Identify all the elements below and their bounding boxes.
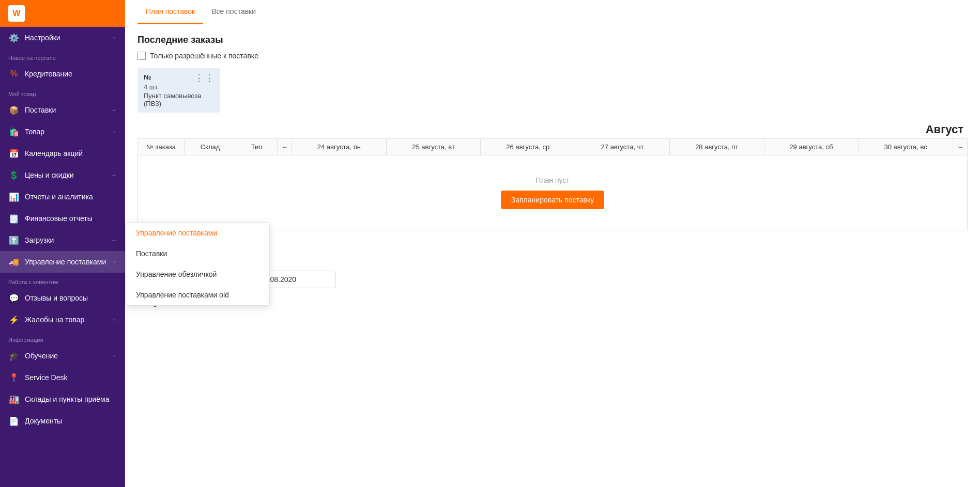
service-desk-icon: 📍 — [8, 372, 20, 383]
settings-icon: ⚙️ — [8, 32, 20, 43]
warehouses-icon: 🏭 — [8, 394, 20, 405]
day-col-0: 24 августа, пн — [292, 139, 387, 155]
dropdown-item-deliveries[interactable]: Поставки — [126, 243, 269, 264]
tab-all[interactable]: Все поставки — [203, 0, 264, 24]
sidebar-item-goods[interactable]: 🛍️ Товар → — [0, 121, 125, 143]
schedule-delivery-button[interactable]: Запланировать поставку — [501, 191, 604, 209]
arrow-icon-7: → — [111, 316, 117, 323]
empty-plan-text: План пуст — [138, 176, 967, 184]
section-client: Работа с клиентом — [0, 273, 125, 287]
manage-deliveries-icon: 🚚 — [8, 256, 20, 268]
sidebar-item-docs[interactable]: 📄 Документы — [0, 410, 125, 432]
complaints-icon: ⚡ — [8, 314, 20, 325]
dropdown-item-manage[interactable]: Управление поставками — [126, 223, 269, 243]
sidebar-item-prices[interactable]: 💲 Цены и скидки → — [0, 164, 125, 186]
day-col-5: 29 августа, сб — [764, 139, 859, 155]
prices-icon: 💲 — [8, 169, 20, 181]
calendar-month: Август — [137, 123, 968, 138]
page-tabs: План поставок Все поставки — [125, 0, 980, 24]
sidebar-logo: W — [0, 0, 125, 27]
col-order-num: № заказа — [138, 139, 185, 155]
section-my-goods: Мой товар — [0, 85, 125, 99]
order-card: ⋮⋮ № 4 шт. Пункт самовывоза (ПВЗ) — [137, 68, 220, 113]
calendar-wrapper: Август № заказа Склад Тип ← 24 августа, … — [137, 123, 968, 230]
tab-plan[interactable]: План поставок — [137, 0, 203, 24]
nav-next-icon[interactable]: → — [953, 139, 968, 155]
reviews-icon: 💬 — [8, 292, 20, 304]
arrow-icon-6: → — [111, 258, 117, 265]
finance-icon: 🗒️ — [8, 213, 20, 224]
calendar-table: № заказа Склад Тип ← 24 августа, пн 25 а… — [137, 138, 968, 230]
day-col-6: 30 августа, вс — [859, 139, 953, 155]
sidebar-item-calendar[interactable]: 📅 Календарь акций — [0, 143, 125, 164]
calendar-icon: 📅 — [8, 148, 20, 159]
arrow-icon-3: → — [111, 128, 117, 135]
arrow-icon-5: → — [111, 237, 117, 244]
arrow-icon-8: → — [111, 352, 117, 359]
credit-icon: % — [8, 68, 20, 80]
reports-icon: 📊 — [8, 191, 20, 202]
sidebar-item-reports[interactable]: 📊 Отчеты и аналитика — [0, 186, 125, 208]
sidebar-item-service-desk[interactable]: 📍 Service Desk — [0, 367, 125, 388]
goods-icon: 🛍️ — [8, 126, 20, 137]
dropdown-item-faceless[interactable]: Управление обезличкой — [126, 264, 269, 285]
logo-icon: W — [8, 5, 25, 22]
checkbox-label: Только разрешённые к поставке — [150, 52, 258, 60]
uploads-icon: ⬆️ — [8, 234, 20, 246]
training-icon: 🎓 — [8, 350, 20, 362]
docs-icon: 📄 — [8, 415, 20, 427]
card-options-icon[interactable]: ⋮⋮ — [194, 72, 215, 84]
arrow-icon-2: → — [111, 106, 117, 114]
sidebar-item-warehouses[interactable]: 🏭 Склады и пункты приёма — [0, 388, 125, 410]
dropdown-menu: Управление поставками Поставки Управлени… — [125, 222, 270, 306]
sidebar-item-credit[interactable]: % Кредитование — [0, 63, 125, 85]
section-info: Информация — [0, 331, 125, 345]
section-new: Новое на портале — [0, 49, 125, 63]
dropdown-item-old[interactable]: Управление поставками old — [126, 285, 269, 305]
calendar-empty-row: План пуст Запланировать поставку — [138, 155, 968, 230]
sidebar-item-settings[interactable]: ⚙️ Настройки → — [0, 27, 125, 49]
empty-plan-area: План пуст Запланировать поставку — [138, 155, 967, 230]
nav-prev-icon[interactable]: ← — [278, 139, 292, 155]
day-col-4: 28 августа, пт — [669, 139, 764, 155]
col-warehouse: Склад — [185, 139, 236, 155]
arrow-icon-4: → — [111, 171, 117, 179]
day-col-2: 26 августа, ср — [481, 139, 575, 155]
recent-orders-title: Последние заказы — [137, 35, 968, 45]
sidebar-item-training[interactable]: 🎓 Обучение → — [0, 345, 125, 367]
card-type: Пункт самовывоза (ПВЗ) — [144, 92, 214, 107]
arrow-icon: → — [111, 34, 117, 41]
sidebar-item-reviews[interactable]: 💬 Отзывы и вопросы — [0, 287, 125, 309]
sidebar-item-finance[interactable]: 🗒️ Финансовые отчеты — [0, 208, 125, 229]
deliveries-icon: 📦 — [8, 104, 20, 116]
sidebar-item-complaints[interactable]: ⚡ Жалобы на товар → — [0, 309, 125, 331]
card-quantity: 4 шт. — [144, 83, 214, 91]
day-col-1: 25 августа, вт — [386, 139, 481, 155]
col-type: Тип — [236, 139, 278, 155]
sidebar: W ⚙️ Настройки → Новое на портале % Кред… — [0, 0, 125, 487]
filter-checkbox-row: Только разрешённые к поставке — [137, 52, 968, 60]
day-col-3: 27 августа, чт — [575, 139, 670, 155]
sidebar-item-manage-deliveries[interactable]: 🚚 Управление поставками → — [0, 251, 125, 273]
sidebar-item-uploads[interactable]: ⬆️ Загрузки → — [0, 229, 125, 251]
sidebar-item-deliveries[interactable]: 📦 Поставки → — [0, 99, 125, 121]
allowed-only-checkbox[interactable] — [137, 52, 146, 60]
